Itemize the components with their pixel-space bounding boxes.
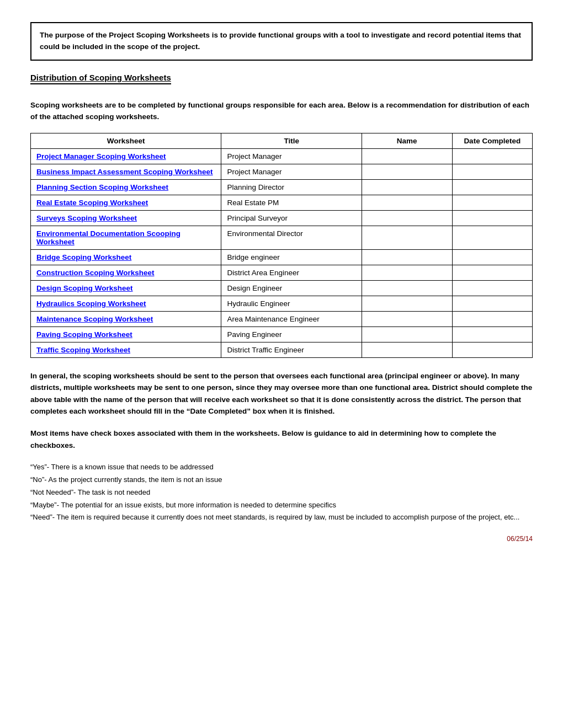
title-cell: Environmental Director (221, 226, 362, 249)
date-cell (452, 195, 532, 210)
worksheet-cell[interactable]: Hydraulics Scoping Worksheet (31, 296, 221, 311)
worksheet-link[interactable]: Real Estate Scoping Worksheet (36, 199, 148, 207)
name-cell (362, 148, 452, 164)
title-cell: Principal Surveyor (221, 210, 362, 226)
scoping-worksheets-table: Worksheet Title Name Date Completed Proj… (30, 133, 533, 358)
date-cell (452, 342, 532, 357)
title-cell: District Area Engineer (221, 265, 362, 280)
worksheet-link[interactable]: Hydraulics Scoping Worksheet (36, 299, 146, 308)
table-row: Business Impact Assessment Scoping Works… (31, 164, 533, 179)
worksheet-link[interactable]: Environmental Documentation Scooping Wor… (36, 229, 180, 246)
worksheet-cell[interactable]: Bridge Scoping Worksheet (31, 249, 221, 265)
title-cell: Planning Director (221, 179, 362, 195)
worksheet-cell[interactable]: Design Scoping Worksheet (31, 280, 221, 296)
checkbox-item: “Need”- The item is required because it … (30, 511, 533, 524)
date-cell (452, 210, 532, 226)
table-row: Surveys Scoping WorksheetPrincipal Surve… (31, 210, 533, 226)
date-cell (452, 265, 532, 280)
table-row: Construction Scoping WorksheetDistrict A… (31, 265, 533, 280)
worksheet-link[interactable]: Project Manager Scoping Worksheet (36, 152, 166, 160)
table-row: Design Scoping WorksheetDesign Engineer (31, 280, 533, 296)
paragraph-general: In general, the scoping worksheets shoul… (30, 370, 533, 417)
name-cell (362, 179, 452, 195)
date-cell (452, 226, 532, 249)
worksheet-cell[interactable]: Project Manager Scoping Worksheet (31, 148, 221, 164)
title-cell: Hydraulic Engineer (221, 296, 362, 311)
worksheet-link[interactable]: Bridge Scoping Worksheet (36, 253, 131, 261)
name-cell (362, 342, 452, 357)
date-cell (452, 326, 532, 342)
title-cell: Bridge engineer (221, 249, 362, 265)
worksheet-cell[interactable]: Surveys Scoping Worksheet (31, 210, 221, 226)
section-title: Distribution of Scoping Worksheets (30, 73, 171, 84)
name-cell (362, 226, 452, 249)
col-header-title: Title (221, 133, 362, 148)
worksheet-link[interactable]: Surveys Scoping Worksheet (36, 214, 137, 222)
name-cell (362, 195, 452, 210)
paragraph-checkboxes-intro: Most items have check boxes associated w… (30, 427, 533, 451)
table-row: Hydraulics Scoping WorksheetHydraulic En… (31, 296, 533, 311)
date-cell (452, 249, 532, 265)
worksheet-link[interactable]: Traffic Scoping Worksheet (36, 346, 130, 354)
worksheet-cell[interactable]: Environmental Documentation Scooping Wor… (31, 226, 221, 249)
name-cell (362, 164, 452, 179)
worksheet-cell[interactable]: Construction Scoping Worksheet (31, 265, 221, 280)
worksheet-cell[interactable]: Paving Scoping Worksheet (31, 326, 221, 342)
table-row: Paving Scoping WorksheetPaving Engineer (31, 326, 533, 342)
date-cell (452, 179, 532, 195)
date-cell (452, 148, 532, 164)
table-row: Traffic Scoping WorksheetDistrict Traffi… (31, 342, 533, 357)
table-row: Project Manager Scoping WorksheetProject… (31, 148, 533, 164)
date-cell (452, 311, 532, 326)
col-header-worksheet: Worksheet (31, 133, 221, 148)
checkbox-item: “Yes”- There is a known issue that needs… (30, 461, 533, 474)
worksheet-link[interactable]: Business Impact Assessment Scoping Works… (36, 168, 213, 176)
checkbox-guidance: “Yes”- There is a known issue that needs… (30, 461, 533, 524)
date-cell (452, 164, 532, 179)
col-header-name: Name (362, 133, 452, 148)
col-header-date: Date Completed (452, 133, 532, 148)
name-cell (362, 326, 452, 342)
worksheet-link[interactable]: Planning Section Scoping Worksheet (36, 183, 168, 191)
worksheet-cell[interactable]: Business Impact Assessment Scoping Works… (31, 164, 221, 179)
title-cell: Paving Engineer (221, 326, 362, 342)
table-row: Bridge Scoping WorksheetBridge engineer (31, 249, 533, 265)
worksheet-cell[interactable]: Planning Section Scoping Worksheet (31, 179, 221, 195)
table-row: Real Estate Scoping WorksheetReal Estate… (31, 195, 533, 210)
title-cell: Real Estate PM (221, 195, 362, 210)
name-cell (362, 265, 452, 280)
name-cell (362, 311, 452, 326)
table-row: Planning Section Scoping WorksheetPlanni… (31, 179, 533, 195)
title-cell: Design Engineer (221, 280, 362, 296)
intro-text: The purpose of the Project Scoping Works… (40, 31, 521, 51)
checkbox-item: “No”- As the project currently stands, t… (30, 474, 533, 486)
date-cell (452, 296, 532, 311)
title-cell: Project Manager (221, 148, 362, 164)
worksheet-link[interactable]: Maintenance Scoping Worksheet (36, 315, 153, 323)
worksheet-cell[interactable]: Maintenance Scoping Worksheet (31, 311, 221, 326)
name-cell (362, 249, 452, 265)
checkbox-item: “Maybe”- The potential for an issue exis… (30, 499, 533, 512)
title-cell: Project Manager (221, 164, 362, 179)
name-cell (362, 210, 452, 226)
name-cell (362, 296, 452, 311)
name-cell (362, 280, 452, 296)
checkbox-item: “Not Needed”- The task is not needed (30, 486, 533, 499)
worksheet-cell[interactable]: Real Estate Scoping Worksheet (31, 195, 221, 210)
date-cell (452, 280, 532, 296)
title-cell: District Traffic Engineer (221, 342, 362, 357)
intro-box: The purpose of the Project Scoping Works… (30, 22, 533, 61)
title-cell: Area Maintenance Engineer (221, 311, 362, 326)
date-footer: 06/25/14 (30, 535, 533, 543)
distribution-description: Scoping worksheets are to be completed b… (30, 100, 533, 123)
worksheet-link[interactable]: Design Scoping Worksheet (36, 284, 133, 292)
worksheet-cell[interactable]: Traffic Scoping Worksheet (31, 342, 221, 357)
table-row: Maintenance Scoping WorksheetArea Mainte… (31, 311, 533, 326)
table-row: Environmental Documentation Scooping Wor… (31, 226, 533, 249)
worksheet-link[interactable]: Construction Scoping Worksheet (36, 269, 155, 277)
worksheet-link[interactable]: Paving Scoping Worksheet (36, 330, 132, 339)
